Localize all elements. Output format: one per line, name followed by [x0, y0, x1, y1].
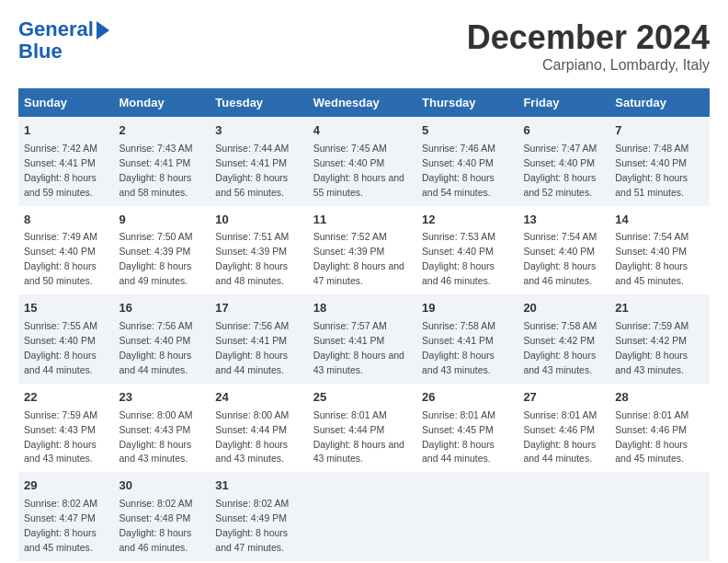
sunset-info: Sunset: 4:40 PM: [615, 157, 687, 168]
header-row: SundayMondayTuesdayWednesdayThursdayFrid…: [18, 88, 710, 117]
daylight-info: Daylight: 8 hours and 43 minutes.: [119, 439, 192, 465]
sunset-info: Sunset: 4:40 PM: [422, 157, 494, 168]
day-number: 30: [119, 477, 205, 495]
daylight-info: Daylight: 8 hours and 52 minutes.: [523, 172, 596, 198]
daylight-info: Daylight: 8 hours and 59 minutes.: [24, 172, 97, 198]
calendar-cell: 10 Sunrise: 7:51 AM Sunset: 4:39 PM Dayl…: [210, 206, 307, 295]
sunrise-info: Sunrise: 8:01 AM: [523, 409, 597, 420]
day-number: 5: [422, 122, 512, 140]
daylight-info: Daylight: 8 hours and 56 minutes.: [215, 172, 288, 198]
calendar-cell: 23 Sunrise: 8:00 AM Sunset: 4:43 PM Dayl…: [114, 384, 210, 473]
sunrise-info: Sunrise: 7:51 AM: [215, 231, 289, 242]
sunset-info: Sunset: 4:41 PM: [313, 335, 385, 346]
day-number: 17: [215, 300, 301, 317]
daylight-info: Daylight: 8 hours and 55 minutes.: [313, 172, 404, 198]
calendar-cell: 3 Sunrise: 7:44 AM Sunset: 4:41 PM Dayli…: [210, 117, 307, 206]
day-number: 14: [615, 212, 704, 229]
sunset-info: Sunset: 4:46 PM: [523, 424, 595, 435]
calendar-cell: 5 Sunrise: 7:46 AM Sunset: 4:40 PM Dayli…: [416, 117, 518, 206]
daylight-info: Daylight: 8 hours and 45 minutes.: [615, 260, 688, 286]
calendar-cell: 2 Sunrise: 7:43 AM Sunset: 4:41 PM Dayli…: [114, 117, 210, 206]
calendar-cell: 12 Sunrise: 7:53 AM Sunset: 4:40 PM Dayl…: [416, 206, 518, 295]
week-row-1: 1 Sunrise: 7:42 AM Sunset: 4:41 PM Dayli…: [18, 117, 710, 206]
calendar-cell: 6 Sunrise: 7:47 AM Sunset: 4:40 PM Dayli…: [518, 117, 609, 206]
calendar-cell: 7 Sunrise: 7:48 AM Sunset: 4:40 PM Dayli…: [609, 117, 710, 206]
sunrise-info: Sunrise: 7:58 AM: [422, 320, 495, 331]
day-number: 31: [215, 477, 301, 495]
calendar-header: SundayMondayTuesdayWednesdayThursdayFrid…: [18, 88, 710, 117]
day-number: 1: [24, 122, 108, 140]
day-number: 8: [24, 212, 108, 229]
calendar-cell: 21 Sunrise: 7:59 AM Sunset: 4:42 PM Dayl…: [609, 294, 710, 384]
sunset-info: Sunset: 4:41 PM: [422, 335, 494, 346]
calendar-cell: 30 Sunrise: 8:02 AM Sunset: 4:48 PM Dayl…: [114, 472, 210, 561]
calendar-cell: 4 Sunrise: 7:45 AM Sunset: 4:40 PM Dayli…: [308, 117, 416, 206]
sunset-info: Sunset: 4:40 PM: [313, 157, 385, 168]
sunset-info: Sunset: 4:43 PM: [119, 424, 191, 435]
daylight-info: Daylight: 8 hours and 44 minutes.: [215, 350, 288, 375]
header-day-saturday: Saturday: [609, 88, 710, 117]
daylight-info: Daylight: 8 hours and 44 minutes.: [24, 350, 97, 375]
day-number: 2: [119, 122, 205, 140]
week-row-4: 22 Sunrise: 7:59 AM Sunset: 4:43 PM Dayl…: [18, 384, 710, 473]
day-number: 6: [523, 122, 604, 140]
sunrise-info: Sunrise: 7:54 AM: [523, 231, 597, 242]
week-row-2: 8 Sunrise: 7:49 AM Sunset: 4:40 PM Dayli…: [18, 206, 710, 295]
sunrise-info: Sunrise: 7:45 AM: [313, 143, 387, 154]
sunrise-info: Sunrise: 7:55 AM: [24, 320, 97, 331]
sunset-info: Sunset: 4:42 PM: [615, 335, 687, 346]
calendar-cell: 17 Sunrise: 7:56 AM Sunset: 4:41 PM Dayl…: [210, 294, 307, 384]
daylight-info: Daylight: 8 hours and 46 minutes.: [119, 527, 192, 553]
sunrise-info: Sunrise: 7:59 AM: [24, 409, 97, 420]
day-number: 28: [615, 389, 704, 407]
day-number: 20: [523, 300, 604, 317]
sunrise-info: Sunrise: 7:50 AM: [119, 231, 193, 242]
daylight-info: Daylight: 8 hours and 48 minutes.: [215, 260, 288, 286]
sunset-info: Sunset: 4:41 PM: [215, 157, 287, 168]
sunrise-info: Sunrise: 7:49 AM: [24, 231, 97, 242]
daylight-info: Daylight: 8 hours and 45 minutes.: [24, 527, 97, 553]
sunset-info: Sunset: 4:40 PM: [615, 246, 687, 257]
sunset-info: Sunset: 4:40 PM: [24, 335, 96, 346]
day-number: 13: [523, 212, 604, 229]
daylight-info: Daylight: 8 hours and 43 minutes.: [615, 350, 688, 375]
sunrise-info: Sunrise: 7:42 AM: [24, 143, 97, 154]
daylight-info: Daylight: 8 hours and 47 minutes.: [215, 527, 288, 553]
daylight-info: Daylight: 8 hours and 58 minutes.: [119, 172, 192, 198]
sunset-info: Sunset: 4:48 PM: [119, 512, 191, 523]
daylight-info: Daylight: 8 hours and 43 minutes.: [313, 439, 404, 465]
calendar-cell: [308, 472, 416, 561]
daylight-info: Daylight: 8 hours and 44 minutes.: [119, 350, 192, 375]
day-number: 7: [615, 122, 704, 140]
sunset-info: Sunset: 4:40 PM: [523, 157, 595, 168]
calendar-cell: 13 Sunrise: 7:54 AM Sunset: 4:40 PM Dayl…: [518, 206, 609, 295]
daylight-info: Daylight: 8 hours and 46 minutes.: [422, 260, 495, 286]
logo-text: General: [18, 18, 94, 40]
day-number: 22: [24, 389, 108, 407]
sunrise-info: Sunrise: 7:47 AM: [523, 143, 597, 154]
header-day-tuesday: Tuesday: [210, 88, 307, 117]
calendar-cell: 1 Sunrise: 7:42 AM Sunset: 4:41 PM Dayli…: [18, 117, 114, 206]
week-row-5: 29 Sunrise: 8:02 AM Sunset: 4:47 PM Dayl…: [18, 472, 710, 561]
calendar-cell: 28 Sunrise: 8:01 AM Sunset: 4:46 PM Dayl…: [609, 384, 710, 473]
daylight-info: Daylight: 8 hours and 43 minutes.: [523, 350, 596, 375]
calendar-body: 1 Sunrise: 7:42 AM Sunset: 4:41 PM Dayli…: [18, 117, 710, 561]
calendar-cell: 31 Sunrise: 8:02 AM Sunset: 4:49 PM Dayl…: [210, 472, 307, 561]
header-day-monday: Monday: [114, 88, 210, 117]
sunrise-info: Sunrise: 7:46 AM: [422, 143, 495, 154]
daylight-info: Daylight: 8 hours and 51 minutes.: [615, 172, 688, 198]
sunrise-info: Sunrise: 7:48 AM: [615, 143, 688, 154]
sunrise-info: Sunrise: 7:53 AM: [422, 231, 495, 242]
sunrise-info: Sunrise: 7:44 AM: [215, 143, 289, 154]
calendar-table: SundayMondayTuesdayWednesdayThursdayFrid…: [18, 88, 710, 561]
calendar-cell: 27 Sunrise: 8:01 AM Sunset: 4:46 PM Dayl…: [518, 384, 609, 473]
sunrise-info: Sunrise: 8:02 AM: [119, 498, 193, 509]
day-number: 18: [313, 300, 411, 317]
day-number: 10: [215, 212, 301, 229]
sunrise-info: Sunrise: 8:01 AM: [313, 409, 387, 420]
logo-text2: Blue: [18, 40, 63, 63]
sunrise-info: Sunrise: 7:57 AM: [313, 320, 387, 331]
sunset-info: Sunset: 4:39 PM: [215, 246, 287, 257]
calendar-cell: 29 Sunrise: 8:02 AM Sunset: 4:47 PM Dayl…: [18, 472, 114, 561]
calendar-cell: 26 Sunrise: 8:01 AM Sunset: 4:45 PM Dayl…: [416, 384, 518, 473]
